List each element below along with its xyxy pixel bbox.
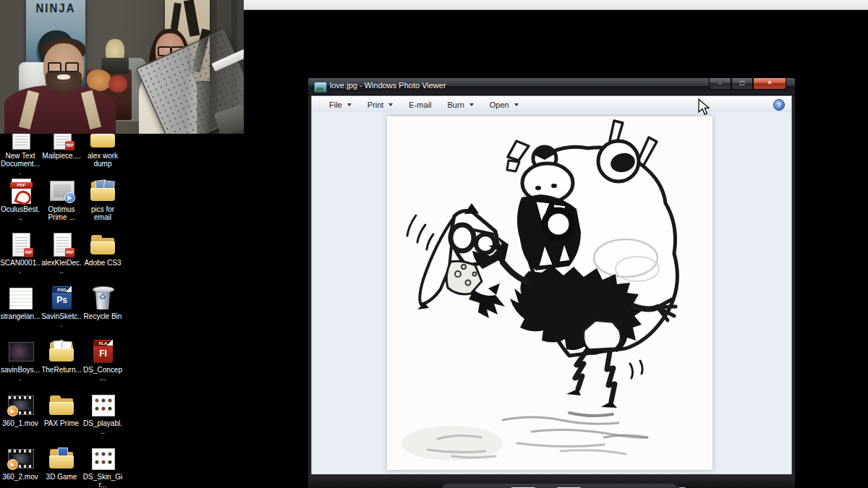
desktop-icon[interactable]: ♻ Recycle Bin: [82, 285, 123, 320]
icon-label: SCAN0001...: [0, 259, 41, 275]
icon-art: [48, 392, 75, 419]
icon-label: Mailpiece....: [41, 152, 82, 160]
top-screen-strip: [244, 0, 868, 10]
desktop-icon[interactable]: PAX Prime: [41, 392, 82, 427]
desktop-icon[interactable]: PDF alexKleiDec...: [41, 231, 82, 275]
desktop-icon[interactable]: Adobe CS3: [82, 231, 123, 267]
icon-art: FLAFl: [89, 338, 116, 365]
photo-love-jpg: [387, 116, 712, 470]
chevron-down-icon: [514, 103, 519, 106]
icon-label: 3D Game: [41, 473, 82, 481]
icon-label: pics for email: [82, 205, 123, 221]
mouse-cursor: [697, 98, 711, 116]
menu-open[interactable]: Open: [490, 100, 519, 109]
icon-art: ♻: [89, 285, 116, 312]
image-file-icon: [92, 395, 115, 416]
icon-art: [7, 338, 34, 365]
desktop-icon[interactable]: PDF SCAN0001...: [0, 231, 41, 275]
play-icon: ▶: [64, 192, 75, 203]
person-left-smile: [57, 74, 70, 80]
close-button[interactable]: ✕: [753, 78, 786, 90]
video-thumbnail-icon: [9, 342, 34, 361]
play-icon: ▶: [7, 406, 18, 416]
desktop-icon[interactable]: 3D Game: [41, 445, 82, 481]
icon-label: alexKleiDec...: [41, 259, 82, 275]
webcam-overlay: NINJA: [0, 0, 244, 134]
desktop-icon[interactable]: TheReturn...: [41, 338, 82, 374]
desktop-icon[interactable]: DS_playabl...: [82, 392, 123, 435]
icon-label: OculusBest...: [0, 205, 41, 221]
icon-label: Adobe CS3: [82, 259, 123, 267]
window-controls: – ▢ ✕: [709, 78, 786, 89]
icon-label: savinBoys....: [0, 366, 41, 382]
icon-art: [89, 231, 116, 258]
menu-email[interactable]: E-mail: [409, 100, 431, 109]
desktop-icon[interactable]: DS_Skin_Gir...: [82, 445, 123, 488]
icon-art: ▶: [7, 392, 34, 419]
desktop-icon[interactable]: strangelan...: [0, 285, 41, 320]
image-file-icon: [92, 448, 115, 470]
glasses: [46, 62, 80, 69]
icon-label: strangelan...: [0, 312, 41, 320]
pdf-file-icon: PDF: [12, 179, 31, 204]
desktop-icon[interactable]: savinBoys....: [0, 338, 41, 382]
play-icon: ▶: [7, 459, 18, 470]
icon-label: Optimus Prime ...: [41, 205, 82, 221]
icon-label: SavinSketc...: [41, 312, 82, 328]
sketch-drawing: [387, 116, 712, 470]
icon-label: PAX Prime: [41, 419, 82, 427]
icon-label: New Text Document....: [0, 152, 41, 176]
desktop-screen: NINJA New: [0, 0, 868, 488]
desktop-icon[interactable]: FLAFl DS_Concep...: [82, 338, 123, 382]
icon-art: PDF: [7, 231, 34, 258]
pdf-badge-icon: PDF: [24, 248, 33, 257]
icon-label: alex work dump: [82, 152, 123, 168]
icon-art: [89, 392, 116, 419]
icon-art: [89, 178, 116, 205]
pdf-badge-icon: PDF: [65, 248, 75, 257]
icon-label: TheReturn...: [41, 366, 82, 374]
icon-art: [89, 445, 116, 472]
photo-viewer-icon: [314, 82, 327, 93]
icon-label: DS_Concep...: [82, 366, 123, 382]
photo-viewer-window: love.jpg - Windows Photo Viewer – ▢ ✕ Fi…: [307, 77, 796, 488]
menu-file[interactable]: File: [329, 100, 352, 109]
plush-toy: [109, 75, 127, 93]
icon-art: PDF: [7, 178, 34, 205]
minimize-button[interactable]: –: [709, 78, 731, 90]
help-icon[interactable]: ?: [773, 99, 785, 111]
menu-burn[interactable]: Burn: [448, 100, 474, 109]
icon-art: PSDPs: [48, 285, 75, 312]
window-title: love.jpg - Windows Photo Viewer: [330, 81, 446, 90]
maximize-button[interactable]: ▢: [731, 78, 753, 90]
control-button-group: [442, 484, 678, 488]
icon-art: [48, 338, 75, 365]
icon-art: ▶: [48, 178, 75, 205]
desktop-icon[interactable]: PDF OculusBest...: [0, 178, 41, 221]
icon-label: 360_2.mov: [0, 473, 41, 481]
viewer-toolbar: File Print E-mail Burn Open ?: [311, 95, 792, 114]
pdf-badge-icon: PDF: [65, 141, 75, 150]
icon-art: ▶: [7, 445, 34, 472]
desktop-icon[interactable]: ▶ Optimus Prime ...: [41, 178, 82, 221]
icon-art: [7, 285, 34, 312]
icon-label: 360_1.mov: [0, 419, 41, 427]
icon-art: PDF: [48, 231, 75, 258]
psd-file-icon: PSDPs: [52, 286, 72, 309]
photo-canvas-area: [311, 112, 792, 474]
ninja-poster-title: NINJA: [26, 1, 85, 15]
icon-label: DS_playabl...: [82, 419, 123, 435]
desktop-icon[interactable]: ▶ 360_1.mov: [0, 392, 41, 427]
title-bar[interactable]: love.jpg - Windows Photo Viewer – ▢ ✕: [308, 78, 795, 95]
desktop-icon[interactable]: PSDPs SavinSketc...: [41, 285, 82, 328]
desktop-icon[interactable]: ▶ 360_2.mov: [0, 445, 41, 481]
chevron-down-icon: [347, 103, 352, 106]
icon-art: [48, 445, 75, 472]
menu-print[interactable]: Print: [367, 100, 393, 109]
viewer-control-bar: [308, 474, 795, 488]
image-file-icon: [9, 288, 33, 309]
icon-label: DS_Skin_Gir...: [82, 473, 123, 488]
fla-file-icon: FLAFl: [93, 340, 113, 363]
desktop-icon[interactable]: pics for email: [82, 178, 123, 221]
chevron-down-icon: [469, 103, 474, 106]
